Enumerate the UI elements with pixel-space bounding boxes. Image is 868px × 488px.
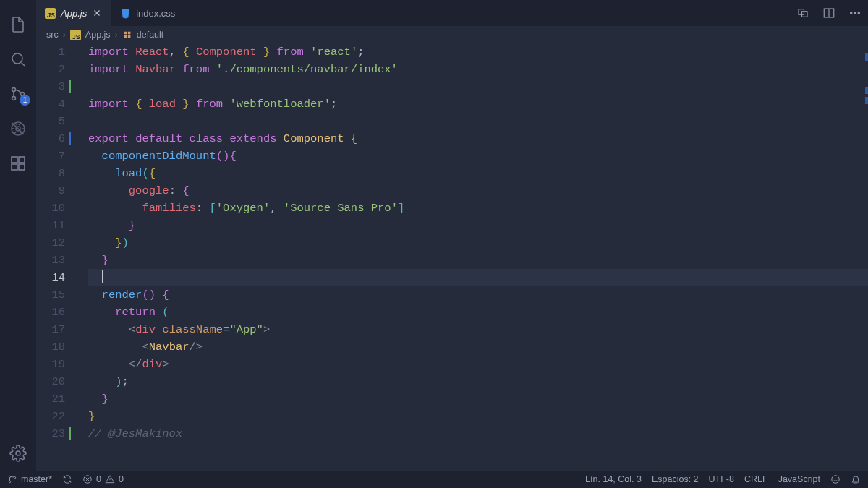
- svg-point-1: [12, 88, 16, 92]
- code-line[interactable]: export default class extends Component {: [88, 130, 868, 147]
- sync-icon[interactable]: [62, 474, 72, 484]
- chevron-right-icon: ›: [115, 30, 118, 40]
- close-icon[interactable]: [92, 8, 102, 18]
- breadcrumbs[interactable]: src › JS App.js › default: [36, 26, 868, 43]
- code-line[interactable]: }: [88, 217, 868, 234]
- line-number: 17: [36, 321, 65, 338]
- code-line[interactable]: <Navbar/>: [88, 338, 868, 356]
- activity-bar: 1: [0, 0, 36, 471]
- code-line[interactable]: }): [88, 234, 868, 252]
- line-number: 3: [36, 78, 65, 95]
- crumb-symbol[interactable]: default: [137, 30, 164, 40]
- svg-point-2: [12, 97, 16, 100]
- svg-rect-9: [19, 157, 25, 163]
- tab-app-js[interactable]: JS App.js: [36, 0, 111, 26]
- code-line[interactable]: load({: [88, 165, 868, 182]
- code-line[interactable]: [88, 113, 868, 130]
- settings-gear-icon[interactable]: [1, 436, 35, 471]
- svg-rect-12: [802, 12, 808, 17]
- line-number: 12: [36, 234, 65, 252]
- symbol-icon: [122, 30, 132, 40]
- line-number-gutter: 1234567891011121314151617181920212223: [36, 43, 78, 471]
- svg-point-16: [858, 12, 859, 14]
- git-branch[interactable]: master*: [7, 474, 52, 484]
- svg-rect-7: [12, 164, 17, 170]
- js-file-icon: JS: [45, 8, 56, 19]
- line-number: 21: [36, 390, 65, 408]
- code-line[interactable]: </div>: [88, 356, 868, 373]
- feedback-icon[interactable]: [830, 474, 841, 484]
- code-line[interactable]: render() {: [88, 286, 868, 304]
- line-number: 23: [36, 425, 65, 442]
- code-line[interactable]: }: [88, 390, 868, 408]
- css-file-icon: [120, 8, 131, 19]
- encoding-status[interactable]: UTF-8: [709, 474, 734, 484]
- line-number: 22: [36, 408, 65, 425]
- line-number: 2: [36, 61, 65, 78]
- code-line[interactable]: );: [88, 373, 868, 390]
- split-editor-icon[interactable]: [816, 0, 842, 26]
- more-actions-icon[interactable]: [842, 0, 868, 26]
- line-number: 4: [36, 95, 65, 113]
- svg-point-18: [9, 481, 10, 482]
- svg-point-17: [9, 476, 10, 477]
- eol-status[interactable]: CRLF: [744, 474, 768, 484]
- explorer-icon[interactable]: [1, 7, 35, 42]
- svg-point-21: [832, 476, 840, 484]
- code-line[interactable]: google: {: [88, 182, 868, 200]
- extensions-icon[interactable]: [1, 146, 35, 181]
- line-number: 5: [36, 113, 65, 130]
- crumb-file[interactable]: App.js: [85, 30, 111, 40]
- line-number: 14: [36, 269, 65, 286]
- code-line[interactable]: }: [88, 252, 868, 269]
- code-line[interactable]: // @JesMakinox: [88, 425, 868, 442]
- tab-bar: JS App.js index.css: [36, 0, 868, 26]
- code-line[interactable]: [88, 269, 868, 286]
- notifications-icon[interactable]: [851, 474, 861, 484]
- svg-point-14: [851, 12, 852, 14]
- code-line[interactable]: <div className="App">: [88, 321, 868, 338]
- language-mode[interactable]: JavaScript: [778, 474, 820, 484]
- code-line[interactable]: import { load } from 'webfontloader';: [88, 95, 868, 113]
- crumb-folder[interactable]: src: [46, 30, 59, 40]
- code-editor[interactable]: 1234567891011121314151617181920212223 im…: [36, 43, 868, 471]
- code-line[interactable]: import React, { Component } from 'react'…: [88, 43, 868, 61]
- debug-icon[interactable]: [1, 111, 35, 146]
- line-number: 6: [36, 130, 65, 147]
- line-number: 20: [36, 373, 65, 390]
- code-line[interactable]: }: [88, 408, 868, 425]
- line-number: 15: [36, 286, 65, 304]
- svg-rect-8: [19, 164, 25, 170]
- line-number: 11: [36, 217, 65, 234]
- svg-point-15: [854, 12, 856, 14]
- line-number: 10: [36, 200, 65, 217]
- overview-ruler[interactable]: [858, 43, 868, 471]
- code-line[interactable]: families: ['Oxygen', 'Source Sans Pro']: [88, 200, 868, 217]
- svg-point-0: [12, 53, 22, 64]
- line-number: 7: [36, 147, 65, 165]
- code-line[interactable]: componentDidMount(){: [88, 147, 868, 165]
- problems-status[interactable]: 0 0: [82, 474, 124, 484]
- line-number: 13: [36, 252, 65, 269]
- cursor-position[interactable]: Lín. 14, Col. 3: [585, 474, 642, 484]
- svg-point-10: [16, 451, 20, 455]
- status-bar: master* 0 0 Lín. 14, Col. 3 Espacios: 2 …: [0, 471, 868, 488]
- tab-label: index.css: [136, 8, 175, 19]
- line-number: 18: [36, 338, 65, 356]
- search-icon[interactable]: [1, 42, 35, 77]
- chevron-right-icon: ›: [63, 30, 66, 40]
- source-control-icon[interactable]: 1: [1, 77, 35, 111]
- compare-changes-icon[interactable]: [790, 0, 816, 26]
- tab-index-css[interactable]: index.css: [111, 0, 184, 26]
- line-number: 19: [36, 356, 65, 373]
- svg-rect-11: [799, 9, 804, 15]
- indentation-status[interactable]: Espacios: 2: [652, 474, 699, 484]
- js-file-icon: JS: [70, 30, 81, 40]
- code-content[interactable]: import React, { Component } from 'react'…: [78, 43, 868, 471]
- code-line[interactable]: import Navbar from './components/navbar/…: [88, 61, 868, 78]
- line-number: 8: [36, 165, 65, 182]
- code-line[interactable]: return (: [88, 304, 868, 321]
- code-line[interactable]: [88, 78, 868, 95]
- tab-label: App.js: [61, 8, 87, 19]
- line-number: 9: [36, 182, 65, 200]
